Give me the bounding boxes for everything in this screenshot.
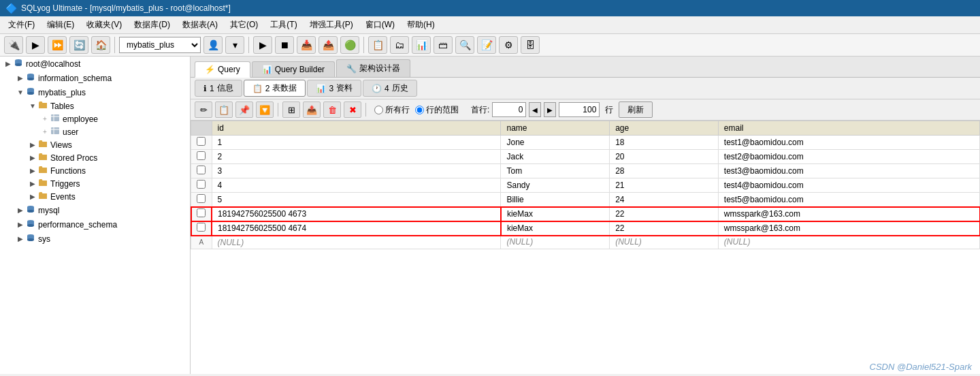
menu-item-H[interactable]: 帮助(H) [402, 18, 440, 32]
row-checkbox[interactable] [197, 180, 206, 189]
toolbar-btn-arrow[interactable]: ▾ [225, 36, 244, 54]
toolbar-btn-table[interactable]: 📋 [368, 36, 387, 54]
sidebar-item-mybatisplus[interactable]: ▼mybatis_plus [0, 85, 190, 99]
row-checkbox[interactable] [197, 137, 206, 146]
row-checkbox-cell[interactable] [191, 178, 212, 193]
toolbar-btn-green[interactable]: 🟢 [340, 36, 359, 54]
sub-tab-label: 历史 [392, 82, 408, 94]
radio-row-range[interactable] [415, 106, 424, 114]
row-checkbox-cell[interactable] [191, 136, 212, 150]
dt-btn-1[interactable]: ✏ [195, 101, 212, 118]
dt-btn-5[interactable]: ⊞ [282, 101, 300, 118]
table-row[interactable]: 2Jack20test2@baomidou.com [191, 150, 980, 164]
sidebar-item-Views[interactable]: ▶Views [0, 138, 190, 151]
toolbar-btn-user[interactable]: 👤 [203, 36, 223, 54]
toolbar-btn-extra4[interactable]: 🗄 [521, 36, 540, 54]
sidebar-item-rootlocalhost[interactable]: ▶root@localhost [0, 57, 190, 71]
sub-tab-历史[interactable]: 🕐4历史 [363, 80, 417, 97]
sidebar-item-Functions[interactable]: ▶Functions [0, 164, 190, 177]
menu-item-O[interactable]: 其它(O) [225, 18, 263, 32]
menu-item-W[interactable]: 窗口(W) [360, 18, 400, 32]
toolbar-btn-schema[interactable]: 🗂 [390, 36, 409, 54]
toolbar-btn-export[interactable]: 📤 [318, 36, 338, 54]
row-checkbox[interactable] [197, 208, 206, 217]
db-icon [26, 233, 35, 245]
toolbar-btn-5[interactable]: 🏠 [91, 36, 110, 54]
tab-QueryBuilder[interactable]: 📊Query Builder [252, 61, 335, 77]
tree-item-label: Functions [50, 166, 86, 176]
menu-item-V[interactable]: 收藏夹(V) [81, 18, 127, 32]
menu-item-P[interactable]: 增强工具(P) [304, 18, 359, 32]
dt-btn-3[interactable]: 📌 [235, 101, 253, 118]
toolbar-btn-2[interactable]: ▶ [26, 36, 45, 54]
toolbar-btn-stop[interactable]: ⏹ [275, 36, 294, 54]
row-checkbox[interactable] [197, 194, 206, 203]
title-bar: 🔷 SQLyog Ultimate - [mysql/mybatis_plus … [0, 0, 980, 16]
menu-item-T[interactable]: 工具(T) [265, 18, 302, 32]
menu-item-F[interactable]: 文件(F) [3, 18, 40, 32]
dt-btn-delete[interactable]: 🗑 [323, 101, 341, 118]
sidebar-item-informationschema[interactable]: ▶information_schema [0, 71, 190, 85]
row-checkbox-cell[interactable] [191, 164, 212, 178]
row-checkbox-cell[interactable] [191, 193, 212, 207]
menu-item-D[interactable]: 数据库(D) [129, 18, 176, 32]
sub-tab-信息[interactable]: ℹ1信息 [195, 80, 242, 97]
first-row-input[interactable] [492, 102, 526, 117]
menu-item-E[interactable]: 编辑(E) [42, 18, 80, 32]
row-checkbox[interactable] [197, 166, 206, 174]
dt-btn-2[interactable]: 📋 [215, 101, 233, 118]
toolbar-btn-extra1[interactable]: 🔍 [455, 36, 474, 54]
toolbar-btn-execute[interactable]: ▶ [253, 36, 272, 54]
cell-email: wmsspark@163.com [718, 221, 979, 236]
menu-item-A[interactable]: 数据表(A) [177, 18, 223, 32]
toolbar-btn-extra2[interactable]: 📝 [477, 36, 496, 54]
table-row[interactable]: 181942756025500 4673kieMax22wmsspark@163… [191, 207, 980, 221]
toolbar-btn-import[interactable]: 📥 [297, 36, 316, 54]
sidebar-item-sys[interactable]: ▶sys [0, 232, 190, 246]
radio-all-rows-label[interactable]: 所有行 [374, 104, 410, 116]
dt-btn-4[interactable]: 🔽 [256, 101, 274, 118]
sidebar-item-StoredProcs[interactable]: ▶Stored Procs [0, 151, 190, 164]
prev-page-btn[interactable]: ◀ [529, 102, 541, 117]
table-row[interactable]: 4Sandy21test4@baomidou.com [191, 178, 980, 193]
radio-row-range-text: 行的范围 [426, 104, 459, 116]
sidebar-item-mysql[interactable]: ▶mysql [0, 203, 190, 217]
sub-tab-表数据[interactable]: 📋2表数据 [244, 80, 306, 97]
radio-row-range-label[interactable]: 行的范围 [415, 104, 459, 116]
tab-icon: ⚡ [205, 65, 215, 74]
row-checkbox-cell[interactable] [191, 207, 212, 221]
table-row[interactable]: 181942756025500 4674kieMax22wmsspark@163… [191, 221, 980, 236]
dt-btn-clear[interactable]: ✖ [344, 101, 361, 118]
row-checkbox-cell[interactable] [191, 221, 212, 236]
toolbar-btn-3[interactable]: ⏩ [48, 36, 67, 54]
row-checkbox[interactable] [197, 223, 206, 232]
sidebar-item-user[interactable]: +user [0, 125, 190, 138]
toolbar-btn-data[interactable]: 📊 [412, 36, 431, 54]
sub-tab-资料[interactable]: 📊3资料 [307, 80, 361, 97]
db-selector[interactable]: mybatis_plus [119, 37, 201, 53]
radio-all-rows[interactable] [374, 106, 383, 114]
table-row[interactable]: 3Tom28test3@baomidou.com [191, 164, 980, 178]
next-page-btn[interactable]: ▶ [544, 102, 556, 117]
row-checkbox-cell[interactable] [191, 150, 212, 164]
table-row[interactable]: 1Jone18test1@baomidou.com [191, 136, 980, 150]
cell-id: 2 [212, 150, 501, 164]
sidebar-item-performanceschema[interactable]: ▶performance_schema [0, 217, 190, 232]
row-count-input[interactable] [559, 102, 600, 117]
table-row[interactable]: 5Billie24test5@baomidou.com [191, 193, 980, 207]
toolbar-btn-1[interactable]: 🔌 [4, 36, 23, 54]
tab-Query[interactable]: ⚡Query [195, 61, 250, 78]
refresh-button[interactable]: 刷新 [619, 101, 653, 118]
main-layout: ▶root@localhost▶information_schema▼mybat… [0, 57, 980, 374]
toolbar-btn-4[interactable]: 🔄 [69, 36, 88, 54]
sidebar-item-Triggers[interactable]: ▶Triggers [0, 177, 190, 190]
sidebar-item-Events[interactable]: ▶Events [0, 190, 190, 203]
sidebar-item-Tables[interactable]: ▼Tables [0, 99, 190, 112]
toolbar-btn-extra3[interactable]: ⚙ [499, 36, 518, 54]
row-checkbox[interactable] [197, 151, 206, 160]
svg-point-23 [27, 238, 34, 241]
toolbar-btn-index[interactable]: 🗃 [434, 36, 453, 54]
dt-btn-6[interactable]: 📤 [303, 101, 321, 118]
tab-[interactable]: 🔧架构设计器 [336, 59, 410, 77]
sidebar-item-employee[interactable]: +employee [0, 112, 190, 125]
